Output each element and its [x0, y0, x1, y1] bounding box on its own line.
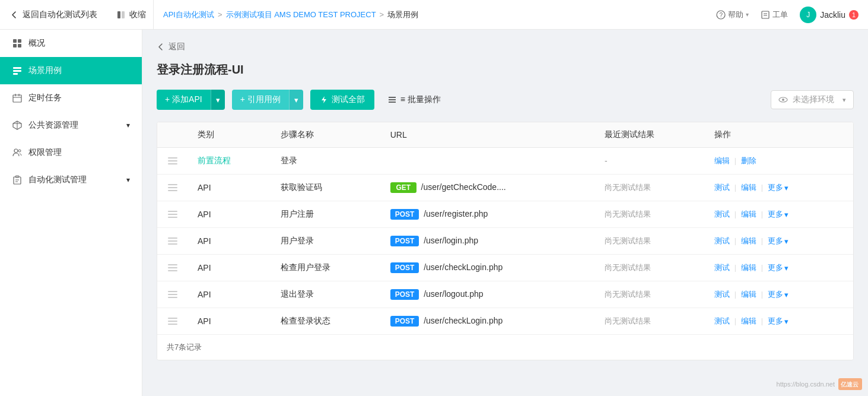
test-button[interactable]: 测试	[714, 209, 730, 220]
add-api-arrow-button[interactable]: ▾	[211, 90, 225, 110]
record-count: 共7条记录	[167, 343, 202, 351]
cite-case-arrow-button[interactable]: ▾	[289, 90, 303, 110]
test-button[interactable]: 测试	[714, 289, 730, 300]
test-all-button[interactable]: 测试全部	[310, 90, 374, 110]
sidebar-item-automation-mgmt[interactable]: 自动化测试管理 ▾	[0, 166, 142, 194]
more-button[interactable]: 更多 ▾	[768, 289, 788, 300]
breadcrumb-part2[interactable]: 示例测试项目 AMS DEMO TEST PROJECT	[226, 9, 376, 20]
table-row: API 用户注册 POST /user/register.php 尚无测试结果 …	[157, 201, 853, 228]
actions-cell: 测试 | 编辑 | 更多 ▾	[705, 201, 853, 228]
category-cell: 前置流程	[188, 148, 271, 175]
environment-select[interactable]: 未选择环境 ▾	[771, 90, 854, 109]
svg-rect-4	[762, 11, 769, 18]
col-actions: 操作	[705, 122, 853, 148]
edit-button[interactable]: 编辑	[714, 156, 730, 166]
test-result-cell: 尚无测试结果	[595, 281, 705, 308]
more-button[interactable]: 更多 ▾	[768, 209, 788, 220]
chevron-more-icon: ▾	[784, 183, 788, 192]
lightning-icon	[320, 96, 328, 104]
cite-case-button[interactable]: + 引用用例	[232, 90, 289, 110]
more-button[interactable]: 更多 ▾	[768, 182, 788, 193]
cite-case-split-button[interactable]: + 引用用例 ▾	[232, 90, 303, 110]
sidebar-item-public-resources[interactable]: 公共资源管理 ▾	[0, 112, 142, 139]
method-badge-post: POST	[390, 262, 419, 273]
svg-point-31	[782, 99, 784, 101]
drag-handle[interactable]	[167, 208, 179, 220]
user-info[interactable]: J Jackliu 1	[800, 7, 859, 23]
actions-cell: 编辑 | 删除	[705, 148, 853, 175]
table-row: API 检查登录状态 POST /user/checkLogin.php 尚无测…	[157, 308, 853, 335]
method-badge-post: POST	[390, 316, 419, 327]
table-row: API 用户登录 POST /user/login.php 尚无测试结果 测试 …	[157, 228, 853, 255]
actions-cell: 测试 | 编辑 | 更多 ▾	[705, 308, 853, 335]
edit-button[interactable]: 编辑	[741, 289, 756, 300]
help-button[interactable]: ? 帮助 ▾	[716, 9, 749, 20]
step-name-cell: 登录	[271, 148, 381, 175]
drag-handle[interactable]	[167, 289, 179, 300]
drag-cell	[157, 281, 188, 308]
step-name-cell: 获取验证码	[271, 175, 381, 201]
drag-cell	[157, 228, 188, 255]
sidebar-item-overview[interactable]: 概况	[0, 30, 142, 57]
step-name-cell: 检查登录状态	[271, 308, 381, 335]
toolbar: + 添加API ▾ + 引用用例 ▾ 测试全部	[157, 90, 854, 110]
test-button[interactable]: 测试	[714, 262, 730, 273]
drag-handle[interactable]	[167, 155, 179, 167]
test-result-cell: -	[595, 148, 705, 175]
edit-button[interactable]: 编辑	[741, 262, 756, 273]
batch-operations-button[interactable]: ≡ 批量操作	[381, 90, 447, 110]
watermark-logo: 亿速云	[838, 378, 862, 390]
chevron-more-icon: ▾	[784, 237, 788, 246]
category-link[interactable]: 前置流程	[198, 156, 231, 165]
edit-button[interactable]: 编辑	[741, 182, 756, 193]
svg-rect-9	[13, 44, 17, 47]
workorder-button[interactable]: 工单	[761, 9, 788, 20]
add-api-arrow-icon: ▾	[216, 96, 220, 104]
drag-handle[interactable]	[167, 262, 179, 274]
back-to-list-button[interactable]: 返回自动化测试列表	[9, 9, 97, 20]
delete-button[interactable]: 删除	[741, 156, 756, 166]
test-button[interactable]: 测试	[714, 182, 730, 193]
col-test-result: 最近测试结果	[595, 122, 705, 148]
sidebar-item-scheduled[interactable]: 定时任务	[0, 84, 142, 112]
sidebar-item-automation-mgmt-label: 自动化测试管理	[28, 175, 87, 185]
sidebar-item-scenarios[interactable]: 场景用例	[0, 57, 142, 84]
layout: 概况 场景用例 定时任务	[0, 30, 868, 396]
method-badge-post: POST	[390, 289, 419, 300]
drag-handle[interactable]	[167, 315, 179, 327]
add-api-button[interactable]: + 添加API	[157, 90, 211, 110]
edit-button[interactable]: 编辑	[741, 236, 756, 246]
batch-icon	[387, 95, 397, 104]
url-cell: POST /user/logout.php	[381, 281, 595, 308]
more-button[interactable]: 更多 ▾	[768, 316, 788, 327]
drag-handle[interactable]	[167, 235, 179, 247]
drag-handle[interactable]	[167, 182, 179, 194]
table-body: 前置流程 登录 - 编辑 | 删除	[157, 148, 853, 335]
more-button[interactable]: 更多 ▾	[768, 262, 788, 273]
breadcrumb-part1[interactable]: API自动化测试	[163, 9, 214, 20]
edit-button[interactable]: 编辑	[741, 209, 756, 220]
add-api-split-button[interactable]: + 添加API ▾	[157, 90, 225, 110]
col-category: 类别	[188, 122, 271, 148]
page-back-label: 返回	[168, 42, 185, 52]
sidebar-item-overview-label: 概况	[28, 38, 45, 49]
step-name-cell: 检查用户登录	[271, 255, 381, 281]
svg-rect-10	[18, 44, 21, 47]
sidebar-item-scenarios-label: 场景用例	[28, 65, 62, 76]
action-links: 测试 | 编辑 | 更多 ▾	[714, 209, 844, 220]
method-badge-get: GET	[390, 182, 416, 193]
sidebar-item-permissions[interactable]: 权限管理	[0, 139, 142, 166]
sidebar: 概况 场景用例 定时任务	[0, 30, 142, 396]
table-row: API 获取验证码 GET /user/getCheckCode.... 尚无测…	[157, 175, 853, 201]
test-button[interactable]: 测试	[714, 316, 730, 327]
page-back-button[interactable]: 返回	[157, 42, 854, 52]
play-icon	[12, 65, 23, 76]
test-button[interactable]: 测试	[714, 236, 730, 246]
edit-button[interactable]: 编辑	[741, 316, 756, 327]
more-button[interactable]: 更多 ▾	[768, 236, 788, 246]
collapse-button[interactable]: 收缩	[109, 0, 154, 29]
table-container: 类别 步骤名称 URL 最近测试结果 操作	[157, 122, 854, 360]
back-label: 返回自动化测试列表	[23, 9, 97, 20]
svg-rect-23	[14, 177, 21, 184]
method-badge-post: POST	[390, 236, 419, 246]
